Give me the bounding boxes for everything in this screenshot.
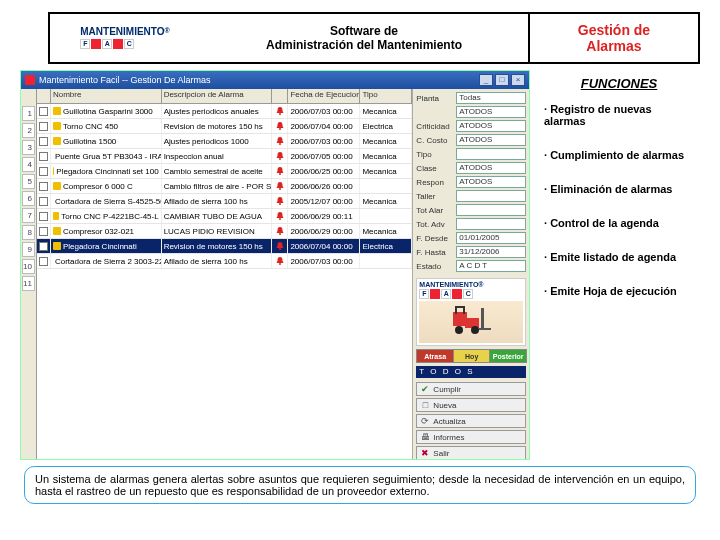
day-past[interactable]: Atrasa [416,349,454,363]
filter-input[interactable]: ATODOS [456,162,526,174]
table-row[interactable]: Plegadora Cincinnati set 100Cambio semes… [37,164,412,179]
row-number: 6 [22,191,35,206]
row-checkbox[interactable] [37,239,51,253]
cell-date: 2006/07/04 00:00 [288,239,360,253]
filter-field: Taller [416,189,526,203]
cell-name: Plegadora Cincinnati set 100 [51,164,162,178]
col-desc[interactable]: Descripcion de Alarma [162,89,273,103]
filter-input[interactable]: A C D T [456,260,526,272]
row-checkbox[interactable] [37,104,51,118]
item-icon [53,212,59,220]
header-right2: Alarmas [586,38,641,54]
filter-label: F. Desde [416,234,454,243]
filter-input[interactable] [456,218,526,230]
cumplir-button[interactable]: ✔Cumplir [416,382,526,396]
cell-type: Electrica [360,119,412,133]
nueva-button[interactable]: □Nueva [416,398,526,412]
actualiza-button[interactable]: ⟳Actualiza [416,414,526,428]
filter-input[interactable]: ATODOS [456,106,526,118]
row-number: 11 [22,276,35,291]
logo-box: A [102,39,112,49]
filter-input[interactable] [456,190,526,202]
bell-icon [272,179,288,193]
button-label: Salir [433,449,449,458]
cell-desc: Revision de motores 150 hs [162,239,273,253]
filter-label: Tot. Adv [416,220,454,229]
bell-icon [272,194,288,208]
button-icon: 🖶 [420,432,430,442]
alarm-grid[interactable]: Nombre Descripcion de Alarma Fecha de Ej… [37,89,413,459]
filter-input[interactable]: Todas [456,92,526,104]
table-row[interactable]: Torno CNC P-4221BC-45-LCAMBIAR TUBO DE A… [37,209,412,224]
filter-panel: PlantaTodasATODOSCriticidadATODOSC. Cost… [413,89,529,459]
row-checkbox[interactable] [37,164,51,178]
cell-name: Torno CNC 450 [51,119,162,133]
cell-type [360,179,412,193]
svg-point-8 [279,233,281,235]
cell-type: Mecanica [360,164,412,178]
filter-input[interactable]: ATODOS [456,134,526,146]
titlebar[interactable]: Mantenimiento Facil -- Gestion De Alarma… [21,71,529,89]
bell-icon [272,104,288,118]
bell-icon [272,209,288,223]
close-button[interactable]: × [511,74,525,86]
table-row[interactable]: Torno CNC 450Revision de motores 150 hs2… [37,119,412,134]
item-icon [53,242,61,250]
table-row[interactable]: Plegadora CincinnatiRevision de motores … [37,239,412,254]
filter-label: C. Costo [416,136,454,145]
table-row[interactable]: Guillotina Gasparini 3000Ajustes periodi… [37,104,412,119]
bell-icon [272,134,288,148]
col-check [37,89,51,103]
minimize-button[interactable]: _ [479,74,493,86]
row-checkbox[interactable] [37,209,51,223]
bell-icon [272,254,288,268]
filter-input[interactable]: 01/01/2005 [456,232,526,244]
row-number: 2 [22,123,35,138]
day-filter-bar[interactable]: Atrasa Hoy Posterior [416,349,526,363]
row-number: 7 [22,208,35,223]
filter-input[interactable]: ATODOS [456,176,526,188]
cell-type: Mecanica [360,224,412,238]
table-row[interactable]: Cortadora de Sierra S-4525-50Afilado de … [37,194,412,209]
row-checkbox[interactable] [37,254,51,268]
salir-button[interactable]: ✖Salir [416,446,526,459]
col-alarm-icon [272,89,288,103]
table-row[interactable]: Compresor 6 000 CCambio filtros de aire … [37,179,412,194]
col-name[interactable]: Nombre [51,89,162,103]
table-row[interactable]: Puente Grua 5T PB3043 - IRAMInspeccion a… [37,149,412,164]
maximize-button[interactable]: □ [495,74,509,86]
todos-strip[interactable]: T O D O S [416,366,526,378]
row-checkbox[interactable] [37,149,51,163]
header-line2: Administración del Mantenimiento [200,38,528,52]
row-checkbox[interactable] [37,119,51,133]
row-checkbox[interactable] [37,179,51,193]
filter-input[interactable]: 31/12/2006 [456,246,526,258]
table-row[interactable]: Compresor 032-021LUCAS PIDIO REVISION200… [37,224,412,239]
row-checkbox[interactable] [37,134,51,148]
svg-point-9 [279,248,281,250]
cell-desc: Inspeccion anual [162,149,273,163]
table-row[interactable]: Guillotina 1500Ajustes periodicos 100020… [37,134,412,149]
day-future[interactable]: Posterior [489,349,527,363]
cell-date: 2005/12/07 00:00 [288,194,360,208]
svg-rect-11 [453,312,467,326]
col-type[interactable]: Tipo [360,89,412,103]
item-icon [53,137,61,145]
row-checkbox[interactable] [37,224,51,238]
col-date[interactable]: Fecha de Ejecucion [288,89,360,103]
cell-name: Torno CNC P-4221BC-45-L [51,209,162,223]
function-item: Control de la agenda [544,217,694,229]
day-today[interactable]: Hoy [453,349,491,363]
table-row[interactable]: Cortadora de Sierra 2 3003-22Afilado de … [37,254,412,269]
filter-input[interactable] [456,204,526,216]
cell-type: Mecanica [360,194,412,208]
cell-date: 2006/06/25 00:00 [288,164,360,178]
cell-date: 2006/06/29 00:11 [288,209,360,223]
filter-input[interactable]: ATODOS [456,120,526,132]
cell-desc: CAMBIAR TUBO DE AGUA [162,209,273,223]
brand-logo: MANTENIMIENTO® F A C [50,14,200,62]
row-checkbox[interactable] [37,194,51,208]
filter-input[interactable] [456,148,526,160]
informes-button[interactable]: 🖶Informes [416,430,526,444]
filter-field: C. CostoATODOS [416,133,526,147]
